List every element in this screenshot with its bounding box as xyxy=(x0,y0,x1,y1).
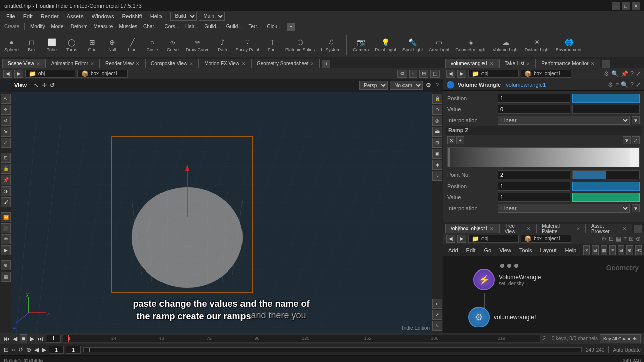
snap-btn[interactable]: ⊡ xyxy=(1,153,11,163)
interp-dropdown-btn[interactable]: ▼ xyxy=(632,116,640,124)
scale-tool-btn[interactable]: ⇲ xyxy=(1,127,11,137)
node-tools-btn2[interactable]: ⊟ xyxy=(609,235,614,242)
icon-geo-light[interactable]: ◈ Geometry Light xyxy=(453,36,489,53)
tab-obj-close[interactable]: ✕ xyxy=(490,226,494,231)
tab-tree-view[interactable]: Tree View ✕ xyxy=(499,224,536,233)
right-add-tab-btn[interactable]: + xyxy=(602,60,610,68)
node-tools-btn1[interactable]: ⚙ xyxy=(601,235,607,242)
rs-num[interactable]: 8 xyxy=(432,299,442,309)
node-tools-btn3[interactable]: ▦ xyxy=(616,235,621,242)
tab-render-close[interactable]: ✕ xyxy=(136,61,140,66)
transform-tool-btn[interactable]: ⤢ xyxy=(1,138,11,148)
shelf-guild2[interactable]: Guild... xyxy=(224,23,245,30)
rs-expand[interactable]: ⤢ xyxy=(432,310,442,320)
value2-input[interactable] xyxy=(498,193,570,202)
right-forward-btn[interactable]: ▶ xyxy=(457,70,466,78)
right-pin-btn[interactable]: 📌 xyxy=(621,70,628,77)
play-btn[interactable]: ▶ xyxy=(29,335,35,343)
panel-layout-btn[interactable]: ≡ xyxy=(615,81,619,88)
frame-step-input[interactable] xyxy=(66,346,81,354)
camera-nav-btn[interactable]: 🎥 xyxy=(1,223,11,233)
tab-render-view[interactable]: Render View ✕ xyxy=(100,59,145,68)
menu-file[interactable]: File xyxy=(2,12,19,20)
viewport-snap-btn[interactable]: ◫ xyxy=(430,70,440,78)
icon-sphere[interactable]: ● Sphere xyxy=(2,36,21,53)
icon-spot-light[interactable]: 🔦 Spot Light xyxy=(400,36,425,53)
ramp-toggle-btn[interactable]: ▼ xyxy=(623,136,631,144)
icon-volume-light[interactable]: ☁ Volume Light xyxy=(491,36,521,53)
paint-btn[interactable]: 🖌 xyxy=(1,197,11,207)
tl-btn2[interactable]: ○ xyxy=(11,346,16,354)
tl-btn3[interactable]: ↺ xyxy=(18,346,24,354)
tab-asset-browser[interactable]: Asset Browser ✕ xyxy=(586,224,632,233)
rs-btn3[interactable]: ◎ xyxy=(432,116,442,126)
node-tools-btn6[interactable]: ⊕ xyxy=(636,235,641,242)
display-btn[interactable]: 👁 xyxy=(1,234,11,244)
viewport-select-btn[interactable]: ↖ xyxy=(33,81,40,90)
tab-take-close[interactable]: ✕ xyxy=(526,61,530,66)
tab-volume-wrangle[interactable]: volumewrangle1 ✕ xyxy=(445,59,499,68)
maximize-button[interactable]: □ xyxy=(622,2,630,10)
tl-step-back[interactable]: ◀ xyxy=(34,346,39,354)
interp2-select[interactable]: Linear Constant Catmull-Rom xyxy=(498,204,630,213)
ramp-add-btn[interactable]: + xyxy=(456,136,464,144)
viewport-home-btn[interactable]: ⌂ xyxy=(409,70,417,78)
right-help-btn[interactable]: ? xyxy=(630,70,634,77)
icon-draw-curve[interactable]: ✏ Draw Curve xyxy=(184,36,212,53)
shelf-measure[interactable]: Measure xyxy=(91,23,116,30)
node-net-btn3[interactable]: ▦ xyxy=(601,245,607,255)
icon-line[interactable]: ╱ Line xyxy=(123,36,141,53)
tab-comp-close[interactable]: ✕ xyxy=(189,61,193,66)
interp2-dropdown-btn[interactable]: ▼ xyxy=(632,204,640,212)
tab-motion-fx[interactable]: Motion FX View ✕ xyxy=(199,59,251,68)
shelf-char[interactable]: Char... xyxy=(141,23,160,30)
panel-search-btn[interactable]: 🔍 xyxy=(621,81,628,88)
node-net-btn5[interactable]: ⊞ xyxy=(618,245,624,255)
icon-grid[interactable]: ⊞ Grid xyxy=(83,36,101,53)
select-tool-btn[interactable]: ↖ xyxy=(1,94,11,104)
shelf-cors[interactable]: Cors... xyxy=(162,23,182,30)
add-tab-button[interactable]: + xyxy=(322,60,330,68)
icon-circle[interactable]: ○ Circle xyxy=(143,36,162,53)
skip-start-btn[interactable]: ⏮ xyxy=(3,335,10,343)
ramp-expand-btn[interactable]: ⤢ xyxy=(632,136,640,144)
position2-input[interactable] xyxy=(498,182,570,191)
viewport-help-btn[interactable]: ? xyxy=(434,81,440,90)
tab-obj-box[interactable]: /obj/box_object1 ✕ xyxy=(445,224,499,233)
back-button[interactable]: ◀ xyxy=(3,70,12,78)
minimize-button[interactable]: ─ xyxy=(612,2,620,10)
stop-btn[interactable]: ■ xyxy=(20,334,27,343)
icon-camera[interactable]: 📷 Camera xyxy=(351,36,371,53)
tab-geo-close[interactable]: ✕ xyxy=(310,61,314,66)
current-frame-input[interactable] xyxy=(46,335,61,343)
shelf-deform[interactable]: Deform xyxy=(68,23,90,30)
icon-tube[interactable]: ⬜ Tube xyxy=(43,36,61,53)
shelf-add-btn[interactable]: + xyxy=(287,23,295,31)
node-net-btn7[interactable]: ≪ xyxy=(635,245,642,255)
set-density-node[interactable]: ⚡ VolumeWrangle set_density xyxy=(473,269,541,290)
node-net-btn2[interactable]: ⊟ xyxy=(592,245,598,255)
camera-dropdown[interactable]: Persp xyxy=(359,81,388,90)
viewport-settings-btn[interactable]: ⚙ xyxy=(397,70,407,78)
panel-gear-btn[interactable]: ⚙ xyxy=(608,81,613,88)
node-tools[interactable]: Tools xyxy=(516,246,535,254)
rs-btn4[interactable]: 🏔 xyxy=(432,127,442,137)
panel-help-btn[interactable]: ? xyxy=(630,81,634,88)
node-help[interactable]: Help xyxy=(562,246,580,254)
value-slider[interactable] xyxy=(572,105,640,114)
right-settings-btn[interactable]: ⚙ xyxy=(604,70,609,77)
main-dropdown[interactable]: Main xyxy=(199,12,225,21)
tab-scene-view[interactable]: Scene View ✕ xyxy=(2,59,46,68)
node-net-btn6[interactable]: ⊕ xyxy=(626,245,633,255)
panel-expand-btn[interactable]: ⤢ xyxy=(636,81,641,88)
node-net-btn4[interactable]: ≡ xyxy=(609,245,616,255)
tl-btn1[interactable]: ⊟ xyxy=(3,346,9,354)
point-no-slider[interactable] xyxy=(572,170,640,179)
rs-btn1[interactable]: 🔒 xyxy=(432,94,442,104)
viewport-tool-btn[interactable]: ✛ xyxy=(41,81,48,90)
shelf-terr[interactable]: Terr... xyxy=(246,23,264,30)
tab-vw-close[interactable]: ✕ xyxy=(490,61,494,66)
right-expand-btn[interactable]: ⤢ xyxy=(636,70,641,77)
menu-help[interactable]: Help xyxy=(146,12,166,20)
tab-material-palette[interactable]: Material Palette ✕ xyxy=(536,224,586,233)
